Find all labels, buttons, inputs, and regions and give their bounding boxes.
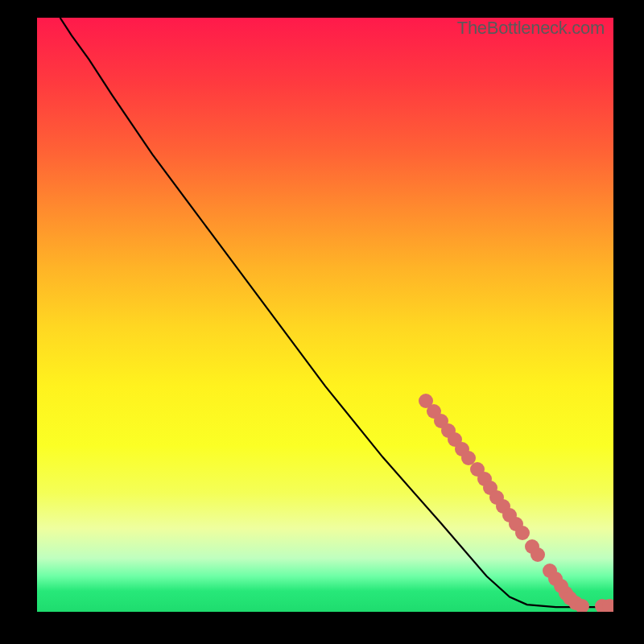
- data-point: [515, 526, 530, 540]
- watermark-label: TheBottleneck.com: [457, 18, 605, 39]
- plot-area: TheBottleneck.com: [37, 18, 613, 612]
- data-point: [602, 599, 613, 612]
- chart-frame: TheBottleneck.com: [0, 0, 644, 644]
- data-point: [575, 599, 589, 612]
- curve-line: [37, 18, 613, 612]
